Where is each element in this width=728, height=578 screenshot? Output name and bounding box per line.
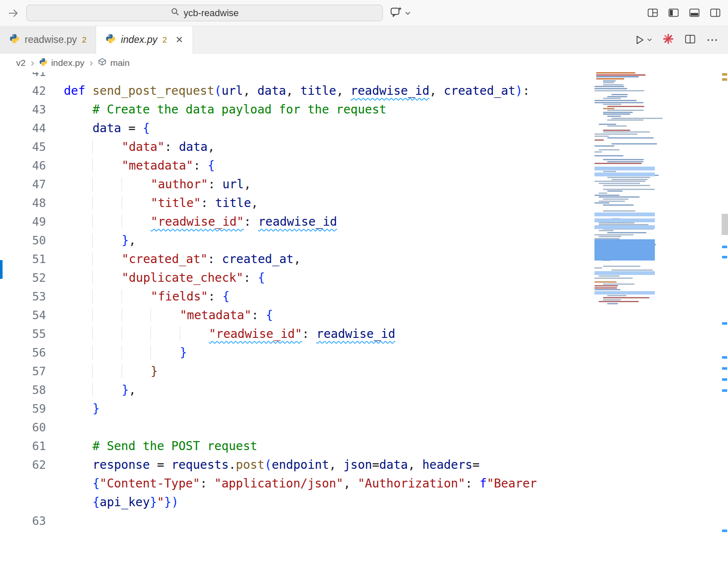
line-number[interactable]: 56 xyxy=(0,343,46,362)
code-line[interactable]: 55 "readwise_id": readwise_id xyxy=(0,325,656,343)
toggle-secondary-sidebar-icon[interactable] xyxy=(709,7,721,19)
code-line[interactable]: 48 "title": title, xyxy=(0,194,656,212)
more-actions-icon[interactable]: ⋯ xyxy=(706,33,719,47)
run-python-file-button[interactable] xyxy=(634,34,652,46)
line-content[interactable] xyxy=(46,72,64,82)
customize-layout-icon[interactable] xyxy=(647,7,659,19)
line-content[interactable]: } xyxy=(46,343,187,362)
minimap[interactable] xyxy=(594,72,657,307)
line-content[interactable]: "created_at": created_at, xyxy=(46,250,301,269)
line-content[interactable]: response = requests.post(endpoint, json=… xyxy=(46,456,480,474)
code-line[interactable]: 61 # Send the POST request xyxy=(0,437,656,456)
split-editor-icon[interactable] xyxy=(684,33,696,47)
line-number[interactable]: 49 xyxy=(0,212,46,231)
line-number[interactable]: 52 xyxy=(0,269,46,287)
line-content[interactable]: "author": url, xyxy=(46,175,251,194)
line-number[interactable]: 45 xyxy=(0,138,46,156)
line-number[interactable]: 50 xyxy=(0,231,46,250)
line-number[interactable]: 59 xyxy=(0,400,46,418)
line-content[interactable] xyxy=(46,418,64,437)
code-line[interactable]: 59 } xyxy=(0,400,656,418)
line-number[interactable]: 57 xyxy=(0,362,46,381)
forward-icon[interactable] xyxy=(7,7,20,19)
code-line[interactable]: 49 "readwise_id": readwise_id xyxy=(0,212,656,231)
line-content[interactable]: # Create the data payload for the reques… xyxy=(46,100,387,119)
line-number[interactable]: 47 xyxy=(0,175,46,194)
code-token: { xyxy=(92,495,100,509)
line-number[interactable]: 54 xyxy=(0,306,46,325)
code-line[interactable]: 46 "metadata": { xyxy=(0,156,656,175)
line-number[interactable]: 63 xyxy=(0,512,46,530)
line-number[interactable]: 41 xyxy=(0,72,46,82)
code-line[interactable]: 53 "fields": { xyxy=(0,287,656,306)
code-line[interactable]: 51 "created_at": created_at, xyxy=(0,250,656,269)
code-line[interactable]: 42def send_post_request(url, data, title… xyxy=(0,82,656,100)
copilot-menu[interactable] xyxy=(390,6,411,21)
line-content[interactable]: # Send the POST request xyxy=(46,437,257,456)
line-content[interactable]: def send_post_request(url, data, title, … xyxy=(46,82,530,100)
code-token: readwise_id xyxy=(316,327,395,341)
toggle-panel-icon[interactable] xyxy=(688,7,700,19)
line-content[interactable]: "title": title, xyxy=(46,194,258,212)
line-number[interactable]: 44 xyxy=(0,119,46,138)
code-token: : xyxy=(200,476,214,490)
toggle-primary-sidebar-icon[interactable] xyxy=(668,7,680,19)
close-tab-icon[interactable]: ✕ xyxy=(176,34,183,45)
line-content[interactable]: "data": data, xyxy=(46,138,215,156)
line-number[interactable]: 46 xyxy=(0,156,46,175)
code-line[interactable]: 41 xyxy=(0,72,656,82)
extension-asterisk-icon[interactable] xyxy=(663,33,674,46)
code-line[interactable]: 54 "metadata": { xyxy=(0,306,656,325)
line-number[interactable]: 53 xyxy=(0,287,46,306)
line-number[interactable]: 48 xyxy=(0,194,46,212)
code-line[interactable]: 52 "duplicate_check": { xyxy=(0,269,656,287)
code-line[interactable]: 56 } xyxy=(0,343,656,362)
breadcrumb-symbol[interactable]: main xyxy=(98,57,130,68)
line-number[interactable]: 60 xyxy=(0,418,46,437)
line-number[interactable]: 62 xyxy=(0,456,46,474)
line-number[interactable]: 42 xyxy=(0,82,46,100)
line-content[interactable]: "readwise_id": readwise_id xyxy=(46,212,337,231)
line-number[interactable]: 58 xyxy=(0,381,46,400)
code-line[interactable]: 50 }, xyxy=(0,231,656,250)
line-content[interactable]: }, xyxy=(46,381,136,400)
line-content[interactable]: "metadata": { xyxy=(46,306,273,325)
line-number[interactable]: 51 xyxy=(0,250,46,269)
line-number[interactable] xyxy=(0,474,46,493)
line-content[interactable]: {api_key}"}) xyxy=(46,493,179,512)
code-line[interactable]: 57 } xyxy=(0,362,656,381)
code-line[interactable]: 47 "author": url, xyxy=(0,175,656,194)
code-line[interactable]: {api_key}"}) xyxy=(0,493,656,512)
line-content[interactable]: "metadata": { xyxy=(46,156,215,175)
code-line[interactable]: 62 response = requests.post(endpoint, js… xyxy=(0,456,656,474)
line-content[interactable]: }, xyxy=(46,231,136,250)
tab-readwise-py[interactable]: readwise.py 2 xyxy=(0,26,96,53)
code-token: readwise_id xyxy=(258,215,337,229)
line-content[interactable]: data = { xyxy=(46,119,150,138)
line-number[interactable]: 55 xyxy=(0,325,46,343)
code-line[interactable]: 43 # Create the data payload for the req… xyxy=(0,100,656,119)
overview-ruler[interactable] xyxy=(721,72,728,578)
line-number[interactable] xyxy=(0,493,46,512)
code-line[interactable]: 63 xyxy=(0,512,656,530)
line-content[interactable]: "fields": { xyxy=(46,287,230,306)
line-content[interactable]: {"Content-Type": "application/json", "Au… xyxy=(46,474,537,493)
line-number[interactable]: 61 xyxy=(0,437,46,456)
code-line[interactable]: 58 }, xyxy=(0,381,656,400)
editor-pane[interactable]: 4142def send_post_request(url, data, tit… xyxy=(0,72,728,578)
line-number[interactable]: 43 xyxy=(0,100,46,119)
code-line[interactable]: 44 data = { xyxy=(0,119,656,138)
breadcrumb-file[interactable]: index.py xyxy=(39,58,84,68)
code-line[interactable]: 45 "data": data, xyxy=(0,138,656,156)
code-line[interactable]: 60 xyxy=(0,418,656,437)
tab-index-py[interactable]: index.py 2 ✕ xyxy=(96,26,193,54)
line-content[interactable]: "duplicate_check": { xyxy=(46,269,265,287)
line-content[interactable]: } xyxy=(46,362,158,381)
code-line[interactable]: {"Content-Type": "application/json", "Au… xyxy=(0,474,656,493)
scrollbar-thumb[interactable] xyxy=(722,214,728,235)
command-center-search[interactable]: ycb-readwise xyxy=(26,5,383,21)
breadcrumb-folder[interactable]: v2 xyxy=(16,58,26,68)
line-content[interactable]: } xyxy=(46,400,100,418)
line-content[interactable] xyxy=(46,512,64,530)
line-content[interactable]: "readwise_id": readwise_id xyxy=(46,325,395,343)
